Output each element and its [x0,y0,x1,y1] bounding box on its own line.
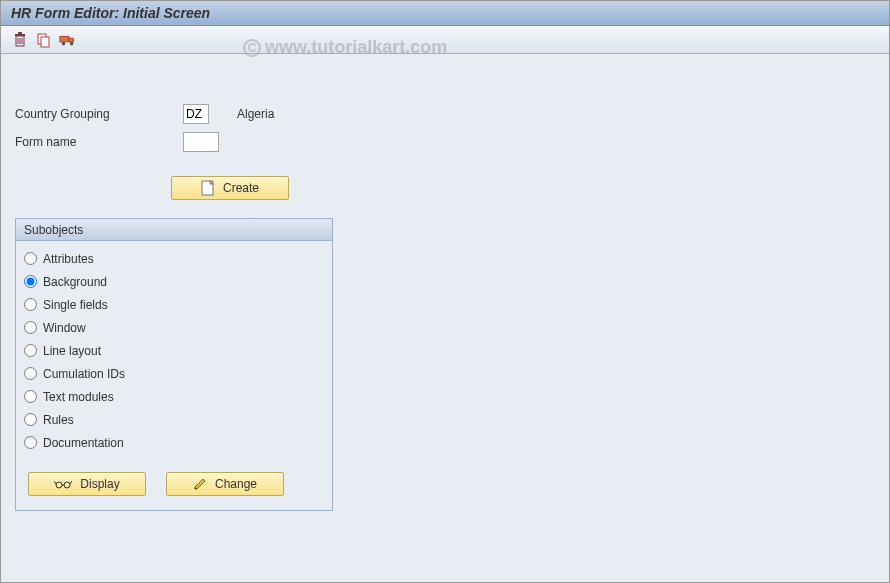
pencil-icon [193,477,207,491]
svg-line-18 [70,481,72,484]
subobject-label[interactable]: Text modules [43,390,114,404]
svg-rect-8 [60,36,69,41]
subobject-label[interactable]: Rules [43,413,74,427]
form-name-label: Form name [15,135,183,149]
change-button[interactable]: Change [166,472,284,496]
subobject-option[interactable]: Attributes [24,247,324,270]
content-area: Country Grouping Algeria Form name Creat… [1,54,889,511]
country-grouping-input[interactable] [184,105,208,123]
subobject-label[interactable]: Single fields [43,298,108,312]
subobject-option[interactable]: Cumulation IDs [24,362,324,385]
subobject-radio[interactable] [24,344,37,357]
create-button-label: Create [223,181,259,195]
svg-rect-4 [15,34,25,36]
svg-rect-7 [41,37,49,47]
subobject-label[interactable]: Attributes [43,252,94,266]
country-grouping-row: Country Grouping Algeria [15,102,889,126]
subobject-option[interactable]: Text modules [24,385,324,408]
delete-icon[interactable] [11,31,29,49]
subobject-option[interactable]: Line layout [24,339,324,362]
svg-point-11 [70,41,74,45]
svg-point-15 [64,482,70,488]
subobject-label[interactable]: Background [43,275,107,289]
display-button[interactable]: Display [28,472,146,496]
svg-rect-5 [18,32,22,34]
subobjects-header: Subobjects [16,219,332,241]
title-bar: HR Form Editor: Initial Screen [1,1,889,26]
transport-icon[interactable] [59,31,77,49]
subobject-radio[interactable] [24,275,37,288]
subobject-option[interactable]: Background [24,270,324,293]
svg-marker-19 [195,479,205,489]
subobject-label[interactable]: Window [43,321,86,335]
change-button-label: Change [215,477,257,491]
subobject-radio[interactable] [24,252,37,265]
subobject-label[interactable]: Line layout [43,344,101,358]
subobject-option[interactable]: Single fields [24,293,324,316]
display-button-label: Display [80,477,119,491]
subobject-radio[interactable] [24,436,37,449]
svg-line-17 [54,481,56,484]
country-grouping-label: Country Grouping [15,107,183,121]
glasses-icon [54,479,72,489]
subobject-option[interactable]: Documentation [24,431,324,454]
svg-rect-9 [69,38,74,42]
subobjects-panel: Subobjects AttributesBackgroundSingle fi… [15,218,333,511]
form-name-input[interactable] [184,133,218,151]
toolbar [1,26,889,54]
subobject-label[interactable]: Cumulation IDs [43,367,125,381]
form-name-row: Form name [15,130,889,154]
create-icon [201,180,215,196]
create-button[interactable]: Create [171,176,289,200]
country-grouping-text: Algeria [237,107,274,121]
svg-point-10 [62,41,66,45]
subobject-radio[interactable] [24,367,37,380]
subobject-radio[interactable] [24,390,37,403]
copy-icon[interactable] [35,31,53,49]
subobject-option[interactable]: Window [24,316,324,339]
subobject-radio[interactable] [24,298,37,311]
subobjects-body: AttributesBackgroundSingle fieldsWindowL… [16,241,332,510]
subobject-label[interactable]: Documentation [43,436,124,450]
page-title: HR Form Editor: Initial Screen [11,5,210,21]
subobject-radio[interactable] [24,413,37,426]
subobject-option[interactable]: Rules [24,408,324,431]
svg-point-14 [56,482,62,488]
subobject-radio[interactable] [24,321,37,334]
